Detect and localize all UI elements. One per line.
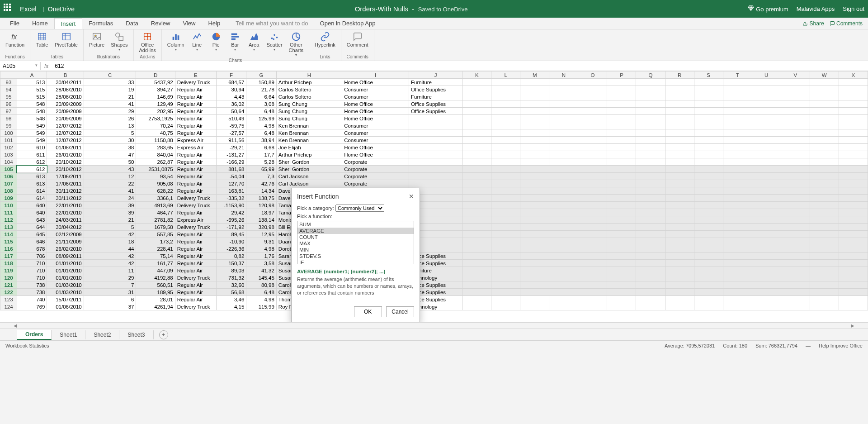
cell[interactable]: Ken Brennan — [276, 129, 342, 137]
cell[interactable] — [462, 166, 491, 173]
cell[interactable] — [839, 173, 868, 180]
cell[interactable] — [636, 93, 665, 100]
cell[interactable] — [578, 289, 607, 296]
cell[interactable]: 4192,88 — [136, 274, 175, 281]
cell[interactable]: Sung Chung — [276, 108, 342, 115]
cell[interactable] — [607, 224, 636, 231]
open-desktop-button[interactable]: Open in Desktop App — [314, 18, 382, 29]
cell[interactable] — [578, 158, 607, 166]
cell[interactable]: 14,34 — [246, 187, 277, 195]
cell[interactable]: 5 — [84, 224, 136, 231]
cell[interactable]: 464,77 — [136, 209, 175, 216]
row-header[interactable]: 104 — [0, 158, 17, 166]
cell[interactable] — [694, 158, 723, 166]
cell[interactable]: 30/11/2012 — [47, 187, 84, 195]
cell[interactable] — [491, 281, 520, 289]
cell[interactable] — [723, 93, 752, 100]
cell[interactable]: -131,27 — [216, 151, 246, 158]
cell[interactable]: 42,76 — [246, 180, 277, 187]
cell[interactable]: 22/01/2010 — [47, 202, 84, 209]
sheet-tab-sheet1[interactable]: Sheet1 — [52, 330, 85, 339]
cell[interactable]: 4,98 — [246, 245, 277, 252]
cell[interactable] — [665, 187, 694, 195]
cell[interactable] — [607, 173, 636, 180]
cell[interactable] — [781, 267, 810, 274]
cell[interactable] — [491, 100, 520, 108]
tab-view[interactable]: View — [176, 18, 202, 29]
cell[interactable] — [839, 267, 868, 274]
cell[interactable] — [520, 195, 549, 202]
cell[interactable]: 262,87 — [136, 158, 175, 166]
cell[interactable]: 01/01/2010 — [47, 274, 84, 281]
cell[interactable] — [409, 122, 462, 129]
row-header[interactable]: 124 — [0, 303, 17, 310]
cell[interactable] — [520, 115, 549, 122]
cell[interactable]: 15/07/2011 — [47, 296, 84, 303]
cell[interactable] — [636, 303, 665, 310]
cell[interactable] — [549, 166, 578, 173]
cell[interactable]: 548 — [17, 115, 47, 122]
cell[interactable] — [781, 137, 810, 144]
cell[interactable]: Home Office — [342, 79, 409, 86]
cell[interactable] — [607, 296, 636, 303]
cell[interactable]: -335,32 — [216, 195, 246, 202]
cell[interactable]: 161,77 — [136, 260, 175, 267]
cell[interactable] — [694, 296, 723, 303]
cell[interactable] — [578, 100, 607, 108]
cell[interactable]: Sheri Gordon — [276, 166, 342, 173]
cell[interactable] — [409, 158, 462, 166]
table-row[interactable]: 10361126/01/201047840,04Regular Air-131,… — [0, 151, 868, 158]
table-row[interactable]: 9654820/09/200941129,49Regular Air36,023… — [0, 100, 868, 108]
col-header-R[interactable]: R — [665, 71, 694, 79]
cell[interactable]: 30/04/2012 — [47, 224, 84, 231]
function-list-item[interactable]: IF — [297, 259, 414, 264]
cell[interactable] — [491, 129, 520, 137]
cell[interactable] — [781, 122, 810, 129]
cell[interactable]: 6 — [84, 296, 136, 303]
cell[interactable] — [462, 245, 491, 252]
cell[interactable] — [694, 224, 723, 231]
cell[interactable] — [636, 238, 665, 245]
cell[interactable] — [694, 79, 723, 86]
insert-function-button[interactable]: fxFunction — [3, 30, 27, 48]
row-header[interactable]: 106 — [0, 173, 17, 180]
cell[interactable] — [665, 151, 694, 158]
cell[interactable] — [752, 252, 781, 260]
cell[interactable] — [462, 274, 491, 281]
cell[interactable] — [462, 158, 491, 166]
cell[interactable]: Regular Air — [175, 108, 216, 115]
cell[interactable]: Regular Air — [175, 173, 216, 180]
cell[interactable] — [549, 100, 578, 108]
col-header-E[interactable]: E — [175, 71, 216, 79]
cell[interactable] — [578, 108, 607, 115]
cell[interactable]: 30 — [84, 137, 136, 144]
cell[interactable] — [491, 79, 520, 86]
cell[interactable]: Delivery Truck — [175, 303, 216, 310]
cell[interactable]: 710 — [17, 260, 47, 267]
fx-icon[interactable]: fx — [41, 63, 52, 69]
cell[interactable] — [549, 115, 578, 122]
cell[interactable]: 1,76 — [246, 252, 277, 260]
col-header-U[interactable]: U — [752, 71, 781, 79]
cell[interactable] — [491, 115, 520, 122]
cell[interactable] — [520, 144, 549, 151]
row-header[interactable]: 123 — [0, 296, 17, 303]
status-feedback[interactable]: — — [806, 343, 811, 348]
cell[interactable] — [694, 137, 723, 144]
cell[interactable]: 31 — [84, 289, 136, 296]
cell[interactable] — [810, 187, 839, 195]
cell[interactable]: 93,54 — [136, 173, 175, 180]
cell[interactable] — [839, 122, 868, 129]
table-row[interactable]: 10561220/10/2012432531,0875Regular Air88… — [0, 166, 868, 173]
cell[interactable] — [549, 158, 578, 166]
cell[interactable]: -684,57 — [216, 79, 246, 86]
cell[interactable]: Regular Air — [175, 289, 216, 296]
cell[interactable] — [723, 129, 752, 137]
cell[interactable] — [462, 252, 491, 260]
cell[interactable] — [723, 108, 752, 115]
cell[interactable] — [491, 238, 520, 245]
cell[interactable] — [723, 202, 752, 209]
cell[interactable]: 30/04/2011 — [47, 79, 84, 86]
cell[interactable] — [607, 238, 636, 245]
cell[interactable] — [549, 231, 578, 238]
